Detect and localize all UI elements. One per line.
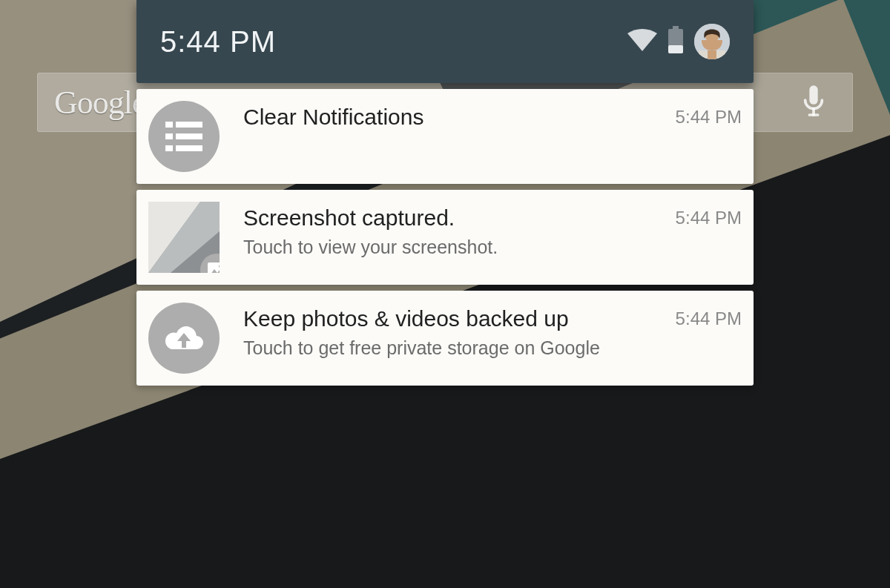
notification-title: Clear Notifications <box>243 104 652 131</box>
notification-clear[interactable]: Clear Notifications 5:44 PM <box>136 89 754 184</box>
svg-rect-10 <box>165 122 173 128</box>
list-icon <box>148 101 220 172</box>
svg-rect-15 <box>176 145 202 151</box>
svg-rect-0 <box>809 85 817 104</box>
google-logo: Google <box>54 84 146 122</box>
notification-time: 5:44 PM <box>676 101 742 128</box>
notification-text: Touch to view your screenshot. <box>243 236 652 259</box>
svg-rect-12 <box>165 133 173 139</box>
notification-title: Keep photos & videos backed up <box>243 305 652 332</box>
notification-text: Touch to get free private storage on Goo… <box>243 337 652 360</box>
screenshot-thumbnail-icon <box>148 202 220 273</box>
notification-title: Screenshot captured. <box>243 205 652 231</box>
status-bar[interactable]: 5:44 PM <box>136 0 754 83</box>
cloud-upload-icon <box>148 303 220 374</box>
battery-icon <box>668 26 684 57</box>
svg-rect-3 <box>673 26 679 29</box>
notification-screenshot[interactable]: Screenshot captured. Touch to view your … <box>136 190 754 285</box>
svg-rect-5 <box>668 45 683 53</box>
svg-rect-11 <box>176 122 202 128</box>
notification-backup[interactable]: Keep photos & videos backed up Touch to … <box>136 291 754 386</box>
notification-shade: 5:44 PM <box>136 0 754 386</box>
wifi-icon <box>627 29 657 54</box>
status-clock: 5:44 PM <box>160 25 276 59</box>
svg-rect-13 <box>176 133 202 139</box>
microphone-icon[interactable] <box>791 80 836 125</box>
notification-time: 5:44 PM <box>676 303 742 329</box>
notification-time: 5:44 PM <box>676 202 742 228</box>
svg-rect-9 <box>708 50 716 59</box>
svg-rect-14 <box>165 145 173 151</box>
avatar[interactable] <box>694 24 730 59</box>
